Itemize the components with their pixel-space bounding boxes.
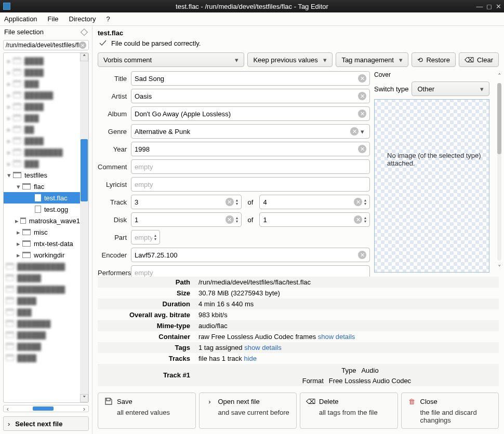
spinner[interactable]: ▴▾ — [154, 234, 156, 241]
restore-button[interactable]: ⟲Restore — [412, 52, 456, 67]
clear-icon[interactable]: ✕ — [358, 145, 366, 153]
label-lyricist: Lyricist — [98, 181, 127, 188]
spinner[interactable]: ▴▾ — [236, 216, 238, 223]
spinner[interactable]: ▴▾ — [364, 198, 366, 206]
current-file-name: test.flac — [92, 26, 504, 38]
minimize-button[interactable]: — — [477, 4, 482, 9]
disk-total-input[interactable] — [263, 216, 354, 224]
chevron-down-icon[interactable]: ▾ — [359, 128, 366, 135]
chevron-right-icon: › — [8, 420, 10, 428]
track-num-input[interactable] — [135, 198, 226, 206]
clear-icon[interactable]: ✕ — [350, 127, 359, 135]
tree-mtx[interactable]: ▸mtx-test-data — [4, 238, 80, 249]
select-next-file-button[interactable]: › Select next file — [3, 416, 89, 431]
encoder-input[interactable] — [135, 251, 358, 259]
cover-drop-area[interactable]: No image (of the selected type) attached… — [374, 99, 489, 273]
clear-icon[interactable]: ✕ — [354, 198, 362, 206]
sidebar-heading: File selection — [4, 28, 44, 36]
trash-icon: 🗑 — [408, 397, 416, 405]
clear-icon[interactable]: ✕ — [226, 215, 234, 224]
backspace-icon: ⌫ — [307, 397, 315, 405]
genre-input[interactable] — [135, 128, 350, 135]
form-vscroll[interactable]: ˄ ˅ — [495, 71, 504, 273]
save-button[interactable]: Save all entered values — [98, 392, 196, 429]
scroll-down-icon[interactable]: ˅ — [498, 264, 501, 272]
tags-details-link[interactable]: show details — [244, 344, 282, 351]
label-artist: Artist — [98, 92, 127, 100]
tree-hscroll[interactable]: ‹› — [3, 405, 89, 412]
label-track: Track — [98, 198, 127, 206]
file-info: Path/run/media/devel/testfiles/flac/test… — [98, 277, 499, 386]
tree-test-flac[interactable]: test.flac — [4, 192, 80, 204]
performers-input[interactable] — [135, 269, 366, 277]
chevron-down-icon: ▾ — [323, 56, 327, 64]
chevron-down-icon: ▾ — [235, 56, 238, 64]
part-input[interactable] — [135, 234, 152, 241]
tree-test-ogg[interactable]: test.ogg — [4, 204, 80, 215]
tree-workingdir[interactable]: ▸workingdir — [4, 249, 80, 261]
album-input[interactable] — [135, 110, 358, 118]
year-input[interactable] — [135, 145, 358, 153]
menu-bar: Application File Directory ? — [0, 12, 504, 26]
scroll-down-icon[interactable]: ˅ — [80, 394, 88, 402]
lyricist-input[interactable] — [135, 181, 366, 188]
artist-input[interactable] — [135, 92, 358, 100]
tree-flac[interactable]: ▾flac — [4, 181, 80, 192]
container-details-link[interactable]: show details — [318, 333, 355, 341]
switch-type-select[interactable]: Other▾ — [412, 82, 489, 96]
tree-vscroll[interactable]: ˄ ˅ — [80, 53, 88, 402]
tracks-hide-link[interactable]: hide — [244, 355, 257, 362]
keep-values-select[interactable]: Keep previous values▾ — [247, 52, 333, 67]
spinner[interactable]: ▴▾ — [364, 216, 366, 223]
delete-button[interactable]: ⌫Delete all tags from the file — [300, 392, 398, 429]
save-icon — [104, 397, 113, 405]
label-year: Year — [98, 145, 127, 153]
spinner[interactable]: ▴▾ — [236, 198, 238, 206]
clear-icon[interactable]: ✕ — [358, 110, 366, 118]
cover-label: Cover — [374, 71, 489, 78]
backspace-icon: ⌫ — [465, 56, 474, 64]
tag-form: Title ✕ Artist ✕ Album ✕ Genre ✕▾ Year ✕… — [98, 71, 374, 273]
clear-icon[interactable]: ✕ — [358, 74, 366, 83]
app-window: test.flac - /run/media/devel/testfiles/f… — [0, 0, 504, 434]
clear-icon[interactable]: ✕ — [226, 198, 234, 206]
close-button[interactable]: 🗑Close the file and discard changings — [401, 392, 499, 429]
path-input[interactable] — [6, 42, 79, 49]
clear-icon[interactable]: ✕ — [358, 92, 366, 100]
info-duration: 4 min 16 s 440 ms — [194, 299, 499, 309]
maximize-button[interactable]: ◻ — [486, 4, 492, 9]
close-window-button[interactable]: ✕ — [496, 4, 501, 9]
menu-directory[interactable]: Directory — [69, 15, 96, 23]
label-disk: Disk — [98, 216, 127, 224]
menu-help[interactable]: ? — [107, 15, 110, 23]
menu-file[interactable]: File — [48, 15, 59, 23]
track-total-input[interactable] — [263, 198, 354, 206]
file-sidebar: File selection ✕ ▸████ ▸████ ▸███ ▸█████… — [0, 26, 92, 434]
scroll-up-icon[interactable]: ˄ — [80, 53, 88, 61]
tag-management-select[interactable]: Tag management▾ — [336, 52, 408, 67]
tag-format-select[interactable]: Vorbis comment▾ — [98, 52, 244, 67]
open-next-button[interactable]: ›Open next file and save current before — [199, 392, 297, 429]
comment-input[interactable] — [135, 163, 366, 171]
info-size: 30.78 MiB (32275943 byte) — [194, 288, 499, 299]
scroll-up-icon[interactable]: ˄ — [498, 72, 501, 80]
label-album: Album — [98, 110, 127, 118]
clear-path-icon[interactable]: ✕ — [79, 42, 86, 49]
window-title: test.flac - /run/media/devel/testfiles/f… — [176, 3, 328, 10]
disk-num-input[interactable] — [135, 216, 226, 224]
clear-icon[interactable]: ✕ — [358, 251, 366, 259]
info-mime: audio/flac — [194, 320, 499, 331]
cover-panel: Cover Switch type Other▾ No image (of th… — [374, 71, 495, 273]
label-comment: Comment — [98, 163, 127, 171]
clear-button[interactable]: ⌫Clear — [459, 52, 499, 67]
file-tree[interactable]: ▸████ ▸████ ▸███ ▸██████ ▸████ ▸███ ▸██ … — [4, 53, 80, 402]
collapse-icon[interactable] — [81, 28, 88, 35]
tree-matroska[interactable]: ▸matroska_wave1 — [4, 215, 80, 226]
clear-icon[interactable]: ✕ — [354, 215, 362, 224]
menu-application[interactable]: Application — [4, 15, 37, 23]
tree-misc[interactable]: ▸misc — [4, 226, 80, 238]
restore-icon: ⟲ — [417, 56, 423, 64]
tree-testfiles[interactable]: ▾testfiles — [4, 169, 80, 181]
chevron-right-icon: › — [206, 397, 214, 405]
title-input[interactable] — [135, 75, 358, 83]
